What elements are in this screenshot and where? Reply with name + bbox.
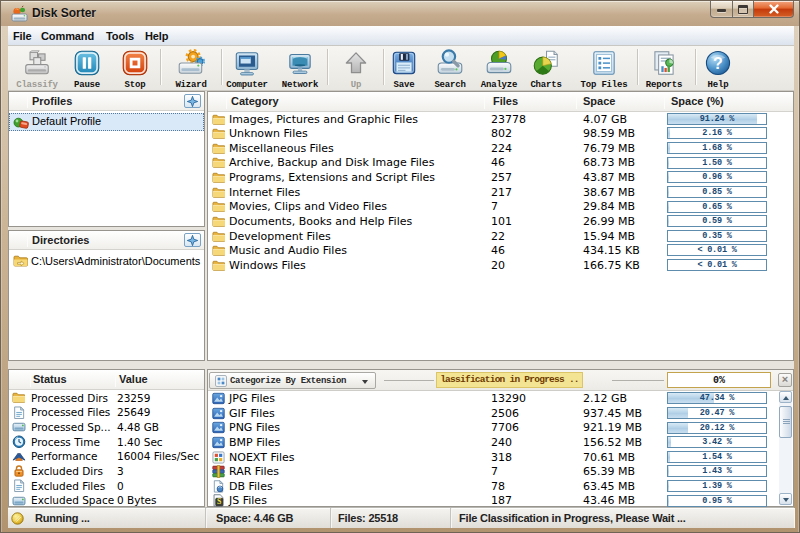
toolbar-button[interactable] [695,49,697,85]
menu-item[interactable]: Help [145,30,168,42]
status-row[interactable]: Processed Files 25649 [9,405,204,420]
statusbar-space-text: Space: 4.46 GB [216,512,293,524]
category-row[interactable]: Unknown Files 802 98.59 MB 2.16 % [208,126,793,141]
title-bar[interactable]: Disk Sorter [1,1,799,26]
space-percent-bar: 3.42 % [667,436,767,448]
space-percent-label: 20.47 % [668,408,766,419]
space-percent-label: 1.39 % [668,481,766,492]
column-separator [30,372,31,387]
status-row[interactable]: Excluded Space 0 Bytes [9,493,204,508]
add-directory-button[interactable] [184,233,201,247]
status-row[interactable]: Process Time 1.40 Sec [9,435,204,450]
category-row[interactable]: Images, Pictures and Graphic Files 23778… [208,112,793,127]
status-row[interactable]: Processed Sp... 4.48 GB [9,420,204,435]
column-header-space-pct[interactable]: Space (%) [671,95,724,107]
extension-row[interactable]: NOEXT Files 318 70.61 MB 1.54 % [208,450,778,465]
category-name: Images, Pictures and Graphic Files [229,113,418,126]
menu-item[interactable]: File [13,30,32,42]
space-percent-bar: 0.65 % [667,201,767,213]
column-header-status[interactable]: Status [33,373,67,385]
category-space: 43.87 MB [583,171,635,184]
category-row[interactable]: Internet Files 217 38.67 MB 0.85 % [208,185,793,200]
category-name: Movies, Clips and Video Files [229,200,387,213]
status-value: 16004 Files/Sec [117,450,199,462]
profile-list-item[interactable]: Default Profile [9,113,204,131]
column-header-space[interactable]: Space [583,95,615,107]
maximize-icon [738,5,748,14]
scroll-down-button[interactable] [779,493,792,505]
toolbar-button[interactable] [160,49,162,85]
extension-row[interactable]: PNG Files 7706 921.19 MB 20.12 % [208,420,778,435]
toolbar-button[interactable] [327,49,329,85]
scrollbar-thumb[interactable] [779,406,792,438]
category-row[interactable]: Documents, Books and Help Files 101 26.9… [208,214,793,229]
extension-row[interactable]: RAR Files 7 65.39 MB 1.43 % [208,464,778,479]
maximize-button[interactable] [733,1,754,18]
window-controls [710,1,794,18]
drive-icon [12,420,26,434]
toolbar-button[interactable]: ? Help [698,46,738,90]
extension-table-body: JPG Files 13290 2.12 GB 47.34 % GIF File… [208,391,778,508]
header-separator [27,233,28,247]
category-row[interactable]: Miscellaneous Files 224 76.79 MB 1.68 % [208,141,793,156]
toolbar-button[interactable]: Computer [223,46,271,90]
extension-row[interactable]: GIF Files 2506 937.45 MB 20.47 % [208,406,778,421]
close-button[interactable] [754,1,794,18]
category-row[interactable]: Windows Files 20 166.75 KB < 0.01 % [208,258,793,273]
extension-row[interactable]: S JS Files 187 43.46 MB 0.95 % [208,493,778,508]
column-header-value[interactable]: Value [119,373,148,385]
computer-icon [232,48,262,78]
toolbar-button[interactable]: Charts [524,46,568,90]
toolbar-button[interactable]: Classify [13,46,61,90]
status-label: Processed Files [31,406,110,418]
charts-icon [531,48,561,78]
category-row[interactable]: Development Files 22 15.94 MB 0.35 % [208,229,793,244]
menu-item[interactable]: Command [41,30,94,42]
category-row[interactable]: Programs, Extensions and Script Files 25… [208,170,793,185]
categorize-dropdown[interactable]: Categorize By Extension [209,372,376,389]
column-separator [576,94,577,109]
toolbar-button[interactable]: Analyze [477,46,521,90]
statusbar-running-text: Running ... [35,512,90,524]
category-space: 76.79 MB [583,142,635,155]
arrow-up-icon [783,396,789,400]
category-row[interactable]: Archive, Backup and Disk Image Files 46 … [208,155,793,170]
window-title: Disk Sorter [32,6,96,20]
pause-icon [72,48,102,78]
folder-icon [212,127,225,140]
extension-files: 187 [491,494,512,507]
directory-list-item[interactable]: C:\Users\Administrator\Documents [9,252,204,271]
toolbar-button[interactable]: Save [384,46,424,90]
status-row[interactable]: Performance 16004 Files/Sec [9,449,204,464]
folder-icon [212,200,225,213]
profile-icon [13,115,29,131]
minimize-button[interactable] [710,1,733,18]
star-icon [187,96,198,107]
extension-row[interactable]: JPG Files 13290 2.12 GB 47.34 % [208,391,778,406]
folder-icon [212,186,225,199]
toolbar: Classify Pause Stop [8,46,794,91]
column-header-files[interactable]: Files [493,95,518,107]
extension-row[interactable]: BMP Files 240 156.52 MB 3.42 % [208,435,778,450]
toolbar-button[interactable] [637,49,639,85]
toolbar-button[interactable]: Pause [65,46,109,90]
status-row[interactable]: Excluded Dirs 3 [9,464,204,479]
close-bottom-panel-button[interactable]: × [778,373,792,387]
category-row[interactable]: Music and Audio Files 46 434.15 KB < 0.0… [208,243,793,258]
vertical-scrollbar[interactable] [779,391,792,505]
category-space: 26.99 MB [583,215,635,228]
status-row[interactable]: Processed Dirs 23259 [9,391,204,406]
status-row[interactable]: Excluded Files 0 [9,479,204,494]
extension-row[interactable]: DB Files 78 63.45 MB 1.39 % [208,479,778,494]
add-profile-button[interactable] [184,94,201,108]
category-row[interactable]: Movies, Clips and Video Files 7 29.84 MB… [208,199,793,214]
status-bar: Running ... Space: 4.46 GB Files: 25518 … [8,507,794,528]
status-label: Process Time [31,436,100,448]
toolbar-button[interactable]: Search [428,46,472,90]
menu-item[interactable]: Tools [106,30,134,42]
category-files: 257 [491,171,512,184]
column-header-category[interactable]: Category [231,95,279,107]
toolbar-button-label: Network [282,80,318,90]
folder-icon [212,259,225,272]
scroll-up-button[interactable] [779,391,792,403]
